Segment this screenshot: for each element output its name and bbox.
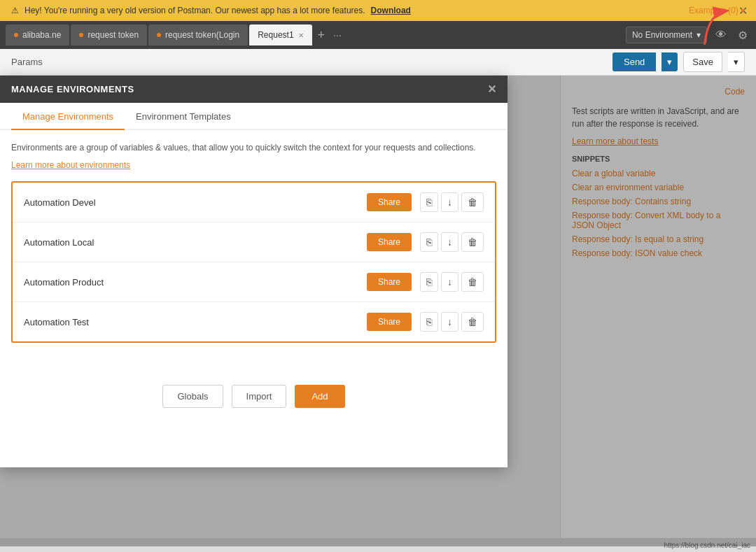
toolbar-right: Examples (0) ▾ Send ▾ Save ▾ (612, 52, 745, 72)
tab-request-token[interactable]: request token (71, 24, 147, 45)
modal-close-button[interactable]: ✕ (487, 83, 497, 96)
tabs-bar: alibaba.ne request token request token(L… (0, 21, 756, 49)
download-button-local[interactable]: ↓ (441, 232, 458, 252)
manage-environments-modal: MANAGE ENVIRONMENTS ✕ Manage Environment… (0, 76, 507, 467)
tab-label: request token(Login (165, 30, 239, 40)
tab-label: Request1 (258, 30, 293, 40)
tab-label: request token (88, 30, 139, 40)
tabs-right: No Environment ▾ 👁 ⚙ (626, 26, 750, 45)
save-button[interactable]: Save (683, 52, 722, 72)
tab-environment-templates[interactable]: Environment Templates (125, 103, 242, 130)
globals-button[interactable]: Globals (162, 385, 223, 408)
chevron-down-icon: ▾ (696, 30, 701, 40)
eye-icon[interactable]: 👁 (713, 26, 729, 44)
learn-more-environments-link[interactable]: Learn more about environments (11, 160, 130, 170)
delete-button-test[interactable]: 🗑 (461, 312, 484, 332)
warning-bar: ⚠ Hey! You're running a very old version… (0, 0, 756, 21)
add-button[interactable]: Add (295, 385, 344, 408)
tab-request-token-login[interactable]: request token(Login (148, 24, 248, 45)
environment-selector[interactable]: No Environment ▾ (626, 27, 707, 43)
send-dropdown-button[interactable]: ▾ (662, 52, 678, 71)
more-tabs-button[interactable]: ··· (330, 29, 344, 41)
env-value: No Environment (632, 30, 692, 40)
download-button-devel[interactable]: ↓ (441, 192, 458, 212)
tab-alibaba[interactable]: alibaba.ne (6, 24, 69, 45)
modal-body: Environments are a group of variables & … (0, 130, 507, 433)
share-button-test[interactable]: Share (367, 313, 412, 331)
copy-button-local[interactable]: ⎘ (420, 232, 438, 252)
examples-link[interactable]: Examples (0) ▾ (689, 6, 745, 15)
share-button-devel[interactable]: Share (367, 193, 412, 211)
download-button-test[interactable]: ↓ (441, 312, 458, 332)
environment-list: Automation Devel Share ⎘ ↓ 🗑 Automation … (11, 181, 496, 343)
env-name-devel: Automation Devel (24, 197, 367, 208)
download-link[interactable]: Download (371, 6, 411, 15)
tab-dot (79, 33, 83, 37)
download-button-product[interactable]: ↓ (441, 272, 458, 292)
modal-footer: Globals Import Add (11, 371, 496, 422)
main-area: Code Test scripts are written in JavaScr… (0, 76, 756, 546)
delete-button-local[interactable]: 🗑 (461, 232, 484, 252)
tab-manage-label: Manage Environments (22, 111, 113, 122)
modal-title: MANAGE ENVIRONMENTS (11, 84, 134, 94)
warning-text: Hey! You're running a very old version o… (24, 6, 365, 15)
env-name-test: Automation Test (24, 317, 367, 327)
delete-button-devel[interactable]: 🗑 (461, 192, 484, 212)
copy-button-product[interactable]: ⎘ (420, 272, 438, 292)
tab-manage-environments[interactable]: Manage Environments (11, 103, 125, 130)
share-button-local[interactable]: Share (367, 233, 412, 251)
tab-close-icon[interactable]: ✕ (298, 31, 304, 39)
add-tab-button[interactable]: + (314, 28, 330, 43)
env-item-local: Automation Local Share ⎘ ↓ 🗑 (13, 222, 495, 262)
save-dropdown-button[interactable]: ▾ (728, 52, 745, 72)
env-item-test: Automation Test Share ⎘ ↓ 🗑 (13, 302, 495, 341)
modal-description: Environments are a group of variables & … (11, 141, 496, 154)
tab-dot (157, 33, 161, 37)
env-item-devel: Automation Devel Share ⎘ ↓ 🗑 (13, 183, 495, 222)
params-button[interactable]: Params (11, 57, 43, 67)
warning-icon: ⚠ (11, 6, 19, 15)
tab-dot (14, 33, 18, 37)
send-button[interactable]: Send (612, 52, 656, 71)
copy-button-devel[interactable]: ⎘ (420, 192, 438, 212)
copy-button-test[interactable]: ⎘ (420, 312, 438, 332)
share-button-product[interactable]: Share (367, 273, 412, 291)
tab-templates-label: Environment Templates (136, 111, 231, 122)
tab-request1[interactable]: Request1 ✕ (249, 24, 312, 45)
env-name-local: Automation Local (24, 237, 367, 248)
tab-label: alibaba.ne (22, 30, 61, 40)
gear-icon[interactable]: ⚙ (735, 26, 750, 45)
delete-button-product[interactable]: 🗑 (461, 272, 484, 292)
modal-tabs: Manage Environments Environment Template… (0, 103, 507, 130)
modal-header: MANAGE ENVIRONMENTS ✕ (0, 76, 507, 103)
modal-overlay: MANAGE ENVIRONMENTS ✕ Manage Environment… (0, 76, 756, 546)
env-name-product: Automation Product (24, 277, 367, 288)
env-item-product: Automation Product Share ⎘ ↓ 🗑 (13, 262, 495, 302)
import-button[interactable]: Import (232, 385, 287, 408)
toolbar: Params Examples (0) ▾ Send ▾ Save ▾ (0, 49, 756, 76)
